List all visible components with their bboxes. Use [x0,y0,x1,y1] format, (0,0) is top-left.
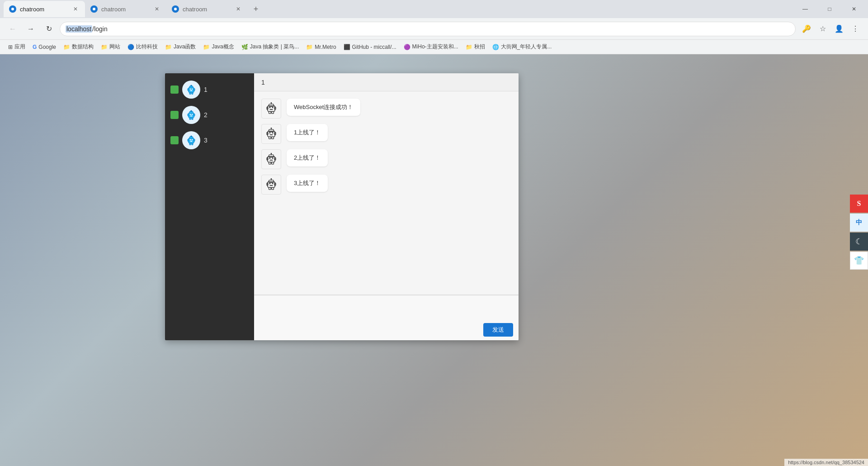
tab-close-3[interactable]: ✕ [234,5,242,13]
bookmark-mrmetro[interactable]: 📁 Mr.Metro [303,43,339,51]
bookmark-java-abstract[interactable]: 🌿 Java 抽象类 | 菜鸟... [239,42,302,52]
sidebar-item-user2[interactable]: 2 [165,102,254,128]
svg-rect-64 [269,160,273,161]
key-icon[interactable]: 🔑 [799,22,814,36]
svg-rect-53 [269,134,273,135]
browser-content: 1 [0,54,868,466]
msg-avatar-3 [261,149,281,169]
svg-rect-24 [189,118,191,119]
svg-point-61 [271,153,272,154]
send-button[interactable]: 发送 [483,323,513,337]
message-row-1: WebSocket连接成功！ [261,99,511,119]
folder-icon-1: 📁 [63,44,70,50]
new-tab-button[interactable]: + [250,3,262,15]
shirt-icon: 👕 [854,256,864,266]
toolbar-icons: 🔑 ☆ 👤 ⋮ [799,22,863,36]
svg-rect-51 [269,132,271,133]
svg-rect-78 [269,187,271,190]
shirt-float-button[interactable]: 👕 [850,252,868,270]
tab-favicon-3 [172,5,179,13]
github-icon: ⬛ [344,44,350,50]
bookmark-website[interactable]: 📁 网站 [98,42,123,52]
chat-main: 1 [254,73,519,340]
status-bar: https://blog.csdn.net/qq_38534524 [784,459,868,466]
sidebar-item-user1[interactable]: 1 [165,77,254,102]
address-bar[interactable]: localhost/login [60,22,796,36]
svg-point-8 [190,85,192,86]
chat-input-area: 发送 [254,295,519,340]
message-input[interactable] [259,299,513,323]
tab-2[interactable]: chatroom ✕ [85,1,166,17]
forward-button[interactable]: → [24,22,38,36]
folder-icon-4: 📁 [203,44,210,50]
bittech-icon: 🔵 [127,44,134,50]
tab-close-2[interactable]: ✕ [153,5,161,13]
status-url: https://blog.csdn.net/qq_38534524 [788,460,864,465]
bookmark-autumn-label: 秋招 [474,43,485,51]
bookmark-data-structure[interactable]: 📁 数据结构 [61,42,96,52]
chat-room-title: 1 [261,79,265,86]
message-text-4: 3上线了！ [294,180,321,186]
profile-icon[interactable]: 👤 [832,22,846,36]
message-row-3: 2上线了！ [261,149,511,169]
bookmark-github-label: GitHub - miccall/... [352,44,396,50]
svg-point-3 [93,8,95,10]
svg-rect-37 [269,104,274,106]
svg-rect-9 [190,89,191,90]
bookmark-dajie[interactable]: 🌐 大街网_年轻人专属... [490,42,555,52]
svg-rect-35 [192,143,193,145]
bookmark-bittech[interactable]: 🔵 比特科技 [125,42,160,52]
bookmark-miho[interactable]: 🟣 MiHo-主题安装和... [401,42,461,52]
svg-rect-62 [269,157,271,159]
svg-rect-68 [272,162,274,164]
svg-rect-29 [190,139,191,140]
tab-favicon-2 [90,5,98,13]
msg-avatar-1 [261,99,281,119]
tab-label-3: chatroom [183,6,231,13]
maximize-button[interactable]: □ [819,2,840,16]
sidebar: 1 [165,73,254,340]
title-bar: chatroom ✕ chatroom ✕ chatroom ✕ + — □ ✕ [0,0,868,18]
star-icon[interactable]: ☆ [816,22,830,36]
bookmark-google[interactable]: G Google [30,43,59,51]
svg-rect-19 [190,114,191,115]
tab-3[interactable]: chatroom ✕ [166,1,248,17]
bookmark-autumn[interactable]: 📁 秋招 [463,42,488,52]
chat-header: 1 [254,73,519,91]
menu-icon[interactable]: ⋮ [848,22,863,36]
svg-rect-73 [269,183,271,184]
bookmark-apps[interactable]: ⊞ 应用 [5,42,28,52]
svg-rect-56 [269,137,271,139]
messages-area: WebSocket连接成功！ [254,91,519,295]
back-button[interactable]: ← [5,22,20,36]
svg-rect-20 [192,114,193,115]
close-button[interactable]: ✕ [844,2,864,16]
tab-favicon-1 [9,5,16,13]
moon-float-button[interactable]: ☾ [850,233,868,251]
miho-icon: 🟣 [404,44,410,50]
svg-rect-75 [269,185,273,186]
tab-close-1[interactable]: ✕ [71,5,80,13]
chinese-float-button[interactable]: 中 [850,214,868,232]
input-footer: 发送 [259,323,513,337]
sidebar-item-user3[interactable]: 3 [165,128,254,153]
toolbar: ← → ↻ localhost/login 🔑 ☆ 👤 ⋮ [0,18,868,40]
svg-rect-12 [188,89,189,91]
svg-rect-67 [269,162,271,164]
message-text-1: WebSocket连接成功！ [294,104,353,110]
svg-point-39 [271,102,272,104]
bookmark-java-concept[interactable]: 📁 Java概念 [200,42,236,52]
page-background: 1 [0,54,868,466]
message-bubble-1: WebSocket连接成功！ [287,99,360,116]
sohu-float-button[interactable]: S [850,195,868,213]
bookmark-github[interactable]: ⬛ GitHub - miccall/... [341,43,399,51]
bookmark-java-func[interactable]: 📁 Java函数 [162,42,198,52]
tab-1[interactable]: chatroom ✕ [4,1,85,17]
minimize-button[interactable]: — [795,2,816,16]
folder-icon-5: 📁 [306,44,313,50]
svg-point-18 [190,110,192,112]
reload-button[interactable]: ↻ [42,22,56,36]
folder-icon-2: 📁 [101,44,108,50]
bookmark-java-concept-label: Java概念 [212,43,234,51]
floating-buttons: S 中 ☾ 👕 [850,195,868,270]
